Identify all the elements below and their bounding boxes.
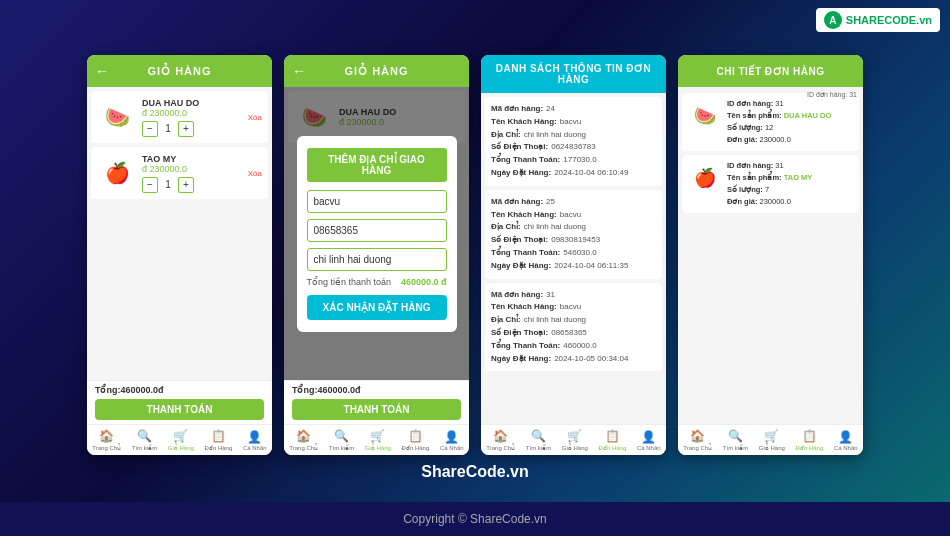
home-icon-4: 🏠 xyxy=(690,429,705,443)
qty-increase-btn[interactable]: + xyxy=(178,121,194,137)
order-id-row: Mã đơn hàng: 24 xyxy=(491,103,656,116)
product-price: đ 230000.0 xyxy=(142,108,243,118)
screen1-body: 🍉 DUA HAU DO đ 230000.0 − 1 + Xóa 🍎 TAO … xyxy=(87,87,272,380)
order-item[interactable]: Mã đơn hàng: 31 Tên Khách Hàng: bacvu Đị… xyxy=(485,283,662,372)
profile-icon: 👤 xyxy=(247,430,262,444)
profile-icon-3: 👤 xyxy=(641,430,656,444)
screen2-footer: Tổng:460000.0đ THANH TOÁN xyxy=(284,380,469,424)
nav-home-4[interactable]: 🏠 Trang Chủ xyxy=(683,429,712,451)
order-date-row: Ngày Đặt Hàng: 2024-10-04 06:10:49 xyxy=(491,167,656,180)
screen2-cart-modal: ← GIỎ HÀNG 🍉 DUA HAU DO đ 230000.0 THÊM … xyxy=(284,55,469,455)
order-address-row: Địa Chỉ: chi linh hai duong xyxy=(491,221,656,234)
qty-decrease-btn[interactable]: − xyxy=(142,177,158,193)
nav-cart-4[interactable]: 🛒 Giỏ Hàng xyxy=(759,429,785,451)
nav-search-2[interactable]: 🔍 Tìm kiếm xyxy=(329,429,354,451)
nav-cart-label: Giỏ Hàng xyxy=(168,444,194,451)
modal-total-label: Tổng tiền thanh toán xyxy=(307,277,392,287)
screen1-bottom-nav: 🏠 Trang Chủ 🔍 Tìm kiếm 🛒 Giỏ Hàng 📋 Đơn … xyxy=(87,424,272,455)
bottom-labels: ShareCode.vn xyxy=(0,463,950,481)
order-phone-row: Số Điện Thoại: 0624836783 xyxy=(491,141,656,154)
nav-profile-2[interactable]: 👤 Cá Nhân xyxy=(440,430,464,451)
modal-total-amount: 460000.0 đ xyxy=(401,277,447,287)
nav-home-label: Trang Chủ xyxy=(92,444,121,451)
order-id-row: Mã đơn hàng: 25 xyxy=(491,196,656,209)
nav-orders-2[interactable]: 📋 Đơn Hàng xyxy=(402,429,430,451)
order-customer-row: Tên Khách Hàng: bacvu xyxy=(491,116,656,129)
cart-icon-2: 🛒 xyxy=(370,429,385,443)
nav-search-4[interactable]: 🔍 Tìm kiếm xyxy=(723,429,748,451)
qty-increase-btn[interactable]: + xyxy=(178,177,194,193)
screen3-order-list: DANH SÁCH THÔNG TIN ĐƠN HÀNG Mã đơn hàng… xyxy=(481,55,666,455)
screens-container: ← GIỎ HÀNG 🍉 DUA HAU DO đ 230000.0 − 1 +… xyxy=(0,25,950,465)
order-date-row: Ngày Đặt Hàng: 2024-10-04 06:11:35 xyxy=(491,260,656,273)
screen1-header: ← GIỎ HÀNG xyxy=(87,55,272,87)
nav-orders-4[interactable]: 📋 Đơn Hàng xyxy=(796,429,824,451)
screen2-bottom-nav: 🏠 Trang Chủ 🔍 Tìm kiếm 🛒 Giỏ Hàng 📋 Đơn … xyxy=(284,424,469,455)
total-row: Tổng:460000.0đ xyxy=(292,385,461,395)
qty-value: 1 xyxy=(163,179,173,190)
nav-home[interactable]: 🏠 Trang Chủ xyxy=(92,429,121,451)
nav-profile-3[interactable]: 👤 Cá Nhân xyxy=(637,430,661,451)
orders-icon-3: 📋 xyxy=(605,429,620,443)
orders-icon-2: 📋 xyxy=(408,429,423,443)
cart-icon-3: 🛒 xyxy=(567,429,582,443)
name-input[interactable] xyxy=(307,190,447,213)
nav-orders[interactable]: 📋 Đơn Hàng xyxy=(205,429,233,451)
nav-cart[interactable]: 🛒 Giỏ Hàng xyxy=(168,429,194,451)
copyright-text: Copyright © ShareCode.vn xyxy=(403,512,547,526)
product-img-watermelon: 🍉 xyxy=(97,97,137,137)
detail-product-info-1: ID đơn hàng: 31 Tên sản phẩm: DUA HAU DO… xyxy=(727,98,831,146)
qty-control: − 1 + xyxy=(142,177,243,193)
product-info: TAO MY đ 230000.0 − 1 + xyxy=(142,154,243,193)
detail-product-img-watermelon: 🍉 xyxy=(687,98,722,133)
order-total-row: Tổng Thanh Toán: 460000.0 xyxy=(491,340,656,353)
detail-product-info-2: ID đơn hàng: 31 Tên sản phẩm: TAO MY Số … xyxy=(727,160,812,208)
cart-icon-4: 🛒 xyxy=(764,429,779,443)
nav-search-3[interactable]: 🔍 Tìm kiếm xyxy=(526,429,551,451)
product-item: 🍉 DUA HAU DO đ 230000.0 − 1 + Xóa xyxy=(91,91,268,143)
confirm-order-button[interactable]: XÁC NHẬN ĐẶT HÀNG xyxy=(307,295,447,320)
total-label: Tổng:460000.0đ xyxy=(292,385,361,395)
screen3-body: Mã đơn hàng: 24 Tên Khách Hàng: bacvu Đị… xyxy=(481,93,666,424)
order-total-row: Tổng Thanh Toán: 177030.0 xyxy=(491,154,656,167)
checkout-button[interactable]: THANH TOÁN xyxy=(95,399,264,420)
order-item[interactable]: Mã đơn hàng: 24 Tên Khách Hàng: bacvu Đị… xyxy=(485,97,662,186)
qty-decrease-btn[interactable]: − xyxy=(142,121,158,137)
order-address-row: Địa Chỉ: chi linh hai duong xyxy=(491,129,656,142)
screen1-back-arrow[interactable]: ← xyxy=(95,63,110,79)
order-customer-row: Tên Khách Hàng: bacvu xyxy=(491,301,656,314)
address-input[interactable] xyxy=(307,248,447,271)
screen2-back-arrow[interactable]: ← xyxy=(292,63,307,79)
order-address-row: Địa Chỉ: chi linh hai duong xyxy=(491,314,656,327)
product-delete-btn[interactable]: Xóa xyxy=(248,113,262,122)
nav-cart-3[interactable]: 🛒 Giỏ Hàng xyxy=(562,429,588,451)
search-icon-2: 🔍 xyxy=(334,429,349,443)
qty-control: − 1 + xyxy=(142,121,243,137)
order-total-row: Tổng Thanh Toán: 546030.0 xyxy=(491,247,656,260)
screen4-body: ID đơn hàng: 31 🍉 ID đơn hàng: 31 Tên sả… xyxy=(678,87,863,424)
screen4-content: ID đơn hàng: 31 🍉 ID đơn hàng: 31 Tên sả… xyxy=(678,87,863,213)
product-name: DUA HAU DO xyxy=(142,98,243,108)
logo-text: SHARECODE.vn xyxy=(846,14,932,26)
modal-overlay: THÊM ĐỊA CHỈ GIAO HÀNG Tổng tiền thanh t… xyxy=(284,87,469,380)
checkout-button-2[interactable]: THANH TOÁN xyxy=(292,399,461,420)
product-item: 🍎 TAO MY đ 230000.0 − 1 + Xóa xyxy=(91,147,268,199)
logo: A SHARECODE.vn xyxy=(816,8,940,32)
order-id-badge: ID đơn hàng: 31 xyxy=(807,91,857,99)
nav-orders-label: Đơn Hàng xyxy=(205,444,233,451)
order-item[interactable]: Mã đơn hàng: 25 Tên Khách Hàng: bacvu Đị… xyxy=(485,190,662,279)
product-delete-btn[interactable]: Xóa xyxy=(248,169,262,178)
product-img-apple: 🍎 xyxy=(97,153,137,193)
nav-search[interactable]: 🔍 Tìm kiếm xyxy=(132,429,157,451)
screen4-header: CHI TIẾT ĐƠN HÀNG xyxy=(678,55,863,87)
nav-profile-4[interactable]: 👤 Cá Nhân xyxy=(834,430,858,451)
nav-home-2[interactable]: 🏠 Trang Chủ xyxy=(289,429,318,451)
copyright-bar: Copyright © ShareCode.vn xyxy=(0,502,950,536)
nav-profile[interactable]: 👤 Cá Nhân xyxy=(243,430,267,451)
nav-home-3[interactable]: 🏠 Trang Chủ xyxy=(486,429,515,451)
order-phone-row: Số Điện Thoại: 09830819453 xyxy=(491,234,656,247)
nav-orders-3[interactable]: 📋 Đơn Hàng xyxy=(599,429,627,451)
phone-input[interactable] xyxy=(307,219,447,242)
nav-search-label: Tìm kiếm xyxy=(132,444,157,451)
nav-cart-2[interactable]: 🛒 Giỏ Hàng xyxy=(365,429,391,451)
